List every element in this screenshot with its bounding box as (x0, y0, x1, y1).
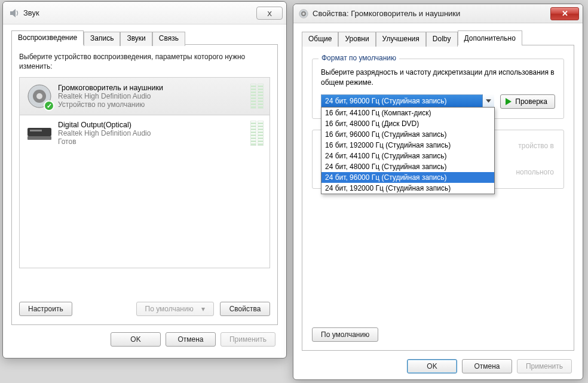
device-driver: Realtek High Definition Audio (58, 129, 246, 137)
sound-window: Звук ⅹ Воспроизведение Запись Звуки Связ… (2, 1, 287, 359)
svg-marker-10 (486, 99, 491, 102)
device-item[interactable]: Digital Output(Optical) Realtek High Def… (20, 115, 270, 152)
speaker-icon (298, 8, 309, 19)
tab-strip: Общие Уровни Улучшения Dolby Дополнитель… (302, 30, 574, 45)
chevron-down-icon[interactable] (482, 94, 494, 108)
dropdown-arrow-icon: ▾ (201, 305, 205, 313)
device-status: Готов (58, 137, 246, 146)
ok-button[interactable]: OK (111, 332, 161, 347)
titlebar[interactable]: Свойства: Громкоговоритель и наушники ✕ (293, 4, 583, 23)
window-title: Свойства: Громкоговоритель и наушники (313, 9, 550, 18)
format-description: Выберите разрядность и частоту дискретиз… (321, 68, 555, 88)
device-name: Digital Output(Optical) (58, 121, 246, 129)
tab-recording[interactable]: Запись (84, 32, 120, 46)
format-option[interactable]: 24 бит, 48000 Гц (Студийная запись) (321, 161, 494, 172)
tab-dolby[interactable]: Dolby (426, 32, 458, 47)
svg-rect-4 (27, 128, 51, 136)
apply-button[interactable]: Применить (220, 332, 275, 347)
tab-advanced[interactable]: Дополнительно (458, 30, 522, 45)
default-check-icon: ✓ (44, 100, 54, 111)
format-option[interactable]: 24 бит, 192000 Гц (Студийная запись) (321, 183, 494, 194)
default-format-group: Формат по умолчанию Выберите разрядность… (312, 59, 564, 119)
svg-marker-0 (10, 9, 16, 17)
restore-defaults-button[interactable]: По умолчанию (312, 327, 378, 342)
tab-general[interactable]: Общие (302, 32, 338, 47)
properties-button[interactable]: Свойства (220, 302, 270, 316)
tab-playback[interactable]: Воспроизведение (11, 30, 84, 45)
cancel-button[interactable]: Отмена (166, 332, 216, 347)
format-selected[interactable]: 24 бит, 96000 Гц (Студийная запись) (321, 94, 494, 108)
obscured-text: нопольного (516, 168, 554, 176)
instruction-text: Выберите устройство воспроизведения, пар… (19, 52, 270, 71)
svg-point-3 (36, 93, 42, 99)
playback-panel: Выберите устройство воспроизведения, пар… (11, 44, 278, 325)
level-meter (250, 84, 264, 109)
play-icon (506, 98, 512, 105)
svg-rect-6 (30, 130, 42, 131)
group-legend: Формат по умолчанию (318, 54, 399, 62)
speaker-icon: ✓ (26, 82, 53, 110)
device-name: Громкоговоритель и наушники (58, 84, 246, 92)
close-button[interactable]: ⅹ (256, 7, 283, 20)
ok-button[interactable]: OK (407, 359, 457, 373)
set-default-button[interactable]: По умолчанию ▾ (136, 302, 215, 316)
svg-point-9 (302, 13, 305, 15)
tab-levels[interactable]: Уровни (338, 32, 375, 47)
svg-rect-5 (27, 136, 51, 140)
format-dropdown-list[interactable]: 16 бит, 44100 Гц (Компакт-диск) 16 бит, … (321, 107, 495, 194)
optical-device-icon (26, 120, 53, 147)
advanced-panel: Формат по умолчанию Выберите разрядность… (302, 45, 574, 351)
device-status: Устройство по умолчанию (58, 100, 246, 109)
format-combobox[interactable]: 24 бит, 96000 Гц (Студийная запись) 16 б… (321, 94, 494, 108)
sound-icon (9, 8, 20, 19)
tab-strip: Воспроизведение Запись Звуки Связь (11, 30, 278, 45)
format-option[interactable]: 24 бит, 96000 Гц (Студийная запись) (321, 172, 494, 183)
titlebar[interactable]: Звук ⅹ (3, 2, 286, 24)
tab-communications[interactable]: Связь (152, 32, 185, 46)
cancel-button[interactable]: Отмена (462, 359, 512, 373)
format-option[interactable]: 16 бит, 192000 Гц (Студийная запись) (321, 140, 494, 151)
apply-button[interactable]: Применить (517, 359, 572, 373)
obscured-text: тройство в (518, 142, 554, 150)
tab-sounds[interactable]: Звуки (120, 32, 152, 46)
device-list[interactable]: ✓ Громкоговоритель и наушники Realtek Hi… (19, 77, 270, 268)
close-button[interactable]: ✕ (550, 7, 579, 20)
tab-enhancements[interactable]: Улучшения (376, 32, 426, 47)
level-meter (250, 121, 264, 146)
format-option[interactable]: 16 бит, 48000 Гц (Диск DVD) (321, 118, 494, 129)
format-option[interactable]: 16 бит, 96000 Гц (Студийная запись) (321, 129, 494, 140)
device-driver: Realtek High Definition Audio (58, 92, 246, 100)
format-option[interactable]: 16 бит, 44100 Гц (Компакт-диск) (321, 108, 494, 118)
set-default-label: По умолчанию (145, 305, 194, 313)
configure-button[interactable]: Настроить (19, 302, 72, 316)
device-item[interactable]: ✓ Громкоговоритель и наушники Realtek Hi… (19, 77, 270, 115)
window-title: Звук (23, 8, 256, 17)
test-button[interactable]: Проверка (500, 94, 555, 109)
properties-window: Свойства: Громкоговоритель и наушники ✕ … (293, 4, 583, 380)
test-label: Проверка (515, 97, 547, 106)
format-option[interactable]: 24 бит, 44100 Гц (Студийная запись) (321, 151, 494, 161)
